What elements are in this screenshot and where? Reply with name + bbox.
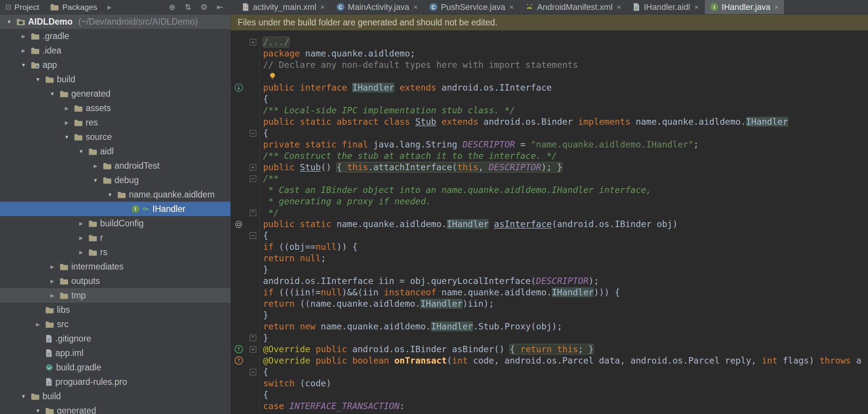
tree-item-aidldemo[interactable]: ▼AIDLDemo(~/Dev/android/src/AIDLDemo) — [0, 14, 230, 29]
chevron-collapsed-icon[interactable]: ▶ — [91, 163, 100, 169]
code-line: /** Local-side IPC implementation stub c… — [231, 105, 868, 116]
fold-minus-icon[interactable]: − — [250, 176, 256, 182]
tool-tab-project-label: Project — [14, 3, 39, 12]
close-icon[interactable]: × — [414, 3, 418, 11]
fold-cell — [247, 389, 260, 400]
implemented-gutter-icon[interactable]: ↓ — [235, 83, 243, 92]
chevron-expanded-icon[interactable]: ▼ — [5, 19, 14, 25]
chevron-collapsed-icon[interactable]: ▶ — [48, 264, 57, 270]
tree-item-src[interactable]: ▶src — [0, 317, 230, 331]
code-text: /** Construct the stub at attach it to t… — [260, 151, 557, 161]
fold-cell — [247, 400, 260, 412]
settings-icon[interactable]: ⚙ — [201, 3, 208, 12]
locate-icon[interactable]: ⊕ — [169, 3, 175, 12]
tree-item-libs[interactable]: libs — [0, 303, 230, 317]
tree-item-debug[interactable]: ▼debug — [0, 173, 230, 187]
override2-gutter-icon[interactable]: ↑ — [235, 356, 243, 365]
editor-tab-ihandler-aidl[interactable]: IHandler.aidl× — [627, 0, 704, 14]
chevron-collapsed-icon[interactable]: ▶ — [77, 221, 86, 226]
chevron-collapsed-icon[interactable]: ▶ — [62, 105, 71, 111]
chevron-expanded-icon[interactable]: ▼ — [77, 149, 86, 154]
tree-item-assets[interactable]: ▶assets — [0, 101, 230, 115]
chevron-expanded-icon[interactable]: ▼ — [19, 62, 28, 68]
chevron-expanded-icon[interactable]: ▼ — [105, 192, 114, 198]
code-text: android.os.IInterface iin = obj.queryLoc… — [260, 276, 599, 286]
tree-item-generated[interactable]: ▼generated — [0, 86, 230, 101]
chevron-expanded-icon[interactable]: ▼ — [62, 134, 71, 140]
override-gutter-icon[interactable]: ↑ — [235, 345, 243, 353]
chevron-right-icon[interactable]: ▶ — [108, 4, 112, 10]
tree-item-app[interactable]: ▼app — [0, 58, 230, 72]
chevron-expanded-icon[interactable]: ▼ — [91, 177, 100, 183]
editor-tab-androidmanifest-xml[interactable]: AndroidManifest.xml× — [520, 0, 627, 14]
tree-item-gradle[interactable]: ▶.gradle — [0, 29, 230, 43]
tree-item-androidtest[interactable]: ▶androidTest — [0, 158, 230, 173]
fold-minus-icon[interactable]: − — [250, 232, 256, 239]
tree-item-outputs[interactable]: ▶outputs — [0, 274, 230, 288]
fold-minus-icon[interactable]: − — [250, 369, 256, 375]
tree-item-gitignore[interactable]: .gitignore — [0, 331, 230, 346]
tree-item-source[interactable]: ▼source — [0, 130, 230, 144]
close-icon[interactable]: × — [320, 3, 324, 11]
fold-cell — [247, 116, 260, 127]
tree-item-buildconfig[interactable]: ▶buildConfig — [0, 216, 230, 231]
editor-tab-mainactivity-java[interactable]: CMainActivity.java× — [331, 0, 424, 14]
fold-end-icon[interactable]: ^ — [250, 335, 256, 341]
tree-item-proguard-rules-pro[interactable]: proguard-rules.pro — [0, 375, 230, 389]
code-line: ^} — [231, 332, 868, 343]
close-icon[interactable]: × — [617, 3, 621, 11]
chevron-expanded-icon[interactable]: ▼ — [48, 91, 57, 97]
tree-item-r[interactable]: ▶r — [0, 231, 230, 245]
close-icon[interactable]: × — [509, 3, 514, 11]
chevron-collapsed-icon[interactable]: ▶ — [19, 48, 28, 53]
editor-tab-pushservice-java[interactable]: CPushService.java× — [424, 0, 520, 14]
scroll-from-source-icon[interactable]: ⇅ — [185, 3, 191, 12]
folder-icon — [31, 47, 40, 55]
tree-item-app-iml[interactable]: app.iml — [0, 346, 230, 360]
code-line: package name.quanke.aidldemo; — [231, 48, 868, 59]
editor-tab-activity-main-xml[interactable]: activity_main.xml× — [236, 0, 331, 14]
chevron-collapsed-icon[interactable]: ▶ — [33, 321, 42, 327]
at-gutter-icon[interactable]: @ — [235, 220, 243, 229]
tree-item-build[interactable]: ▼build — [0, 389, 230, 403]
intention-bulb-icon[interactable] — [268, 72, 277, 81]
hide-panel-icon[interactable]: ⇤ — [216, 3, 223, 12]
tree-item-generated[interactable]: ▼generated — [0, 403, 230, 414]
chevron-collapsed-icon[interactable]: ▶ — [62, 120, 71, 125]
tree-item-ihandler[interactable]: IIHandler — [0, 202, 230, 216]
tool-tab-project[interactable]: ⊡ Project — [0, 0, 44, 14]
tree-item-build[interactable]: ▼build — [0, 72, 230, 86]
tree-item-tmp[interactable]: ▶tmp — [0, 288, 230, 303]
tree-item-res[interactable]: ▶res — [0, 115, 230, 130]
close-icon[interactable]: × — [694, 3, 699, 11]
fold-end-icon[interactable]: ^ — [250, 210, 256, 216]
fold-plus-icon[interactable]: + — [250, 346, 256, 353]
chevron-collapsed-icon[interactable]: ▶ — [48, 293, 57, 298]
package-icon — [117, 191, 126, 199]
tree-item-idea[interactable]: ▶.idea — [0, 43, 230, 58]
fold-plus-icon[interactable]: + — [250, 39, 256, 45]
tree-item-name-quanke-aidldem[interactable]: ▼name.quanke.aidldem — [0, 187, 230, 202]
chevron-collapsed-icon[interactable]: ▶ — [77, 235, 86, 241]
code-editor[interactable]: +/.../package name.quanke.aidldemo;// De… — [231, 30, 868, 414]
chevron-collapsed-icon[interactable]: ▶ — [48, 278, 57, 284]
tree-item-intermediates[interactable]: ▶intermediates — [0, 259, 230, 274]
tree-item-build-gradle[interactable]: build.gradle — [0, 360, 230, 375]
chevron-expanded-icon[interactable]: ▼ — [19, 394, 28, 399]
fold-minus-icon[interactable]: − — [250, 130, 256, 136]
chevron-expanded-icon[interactable]: ▼ — [33, 408, 42, 414]
close-icon[interactable]: × — [774, 3, 779, 11]
tree-item-aidl[interactable]: ▼aidl — [0, 144, 230, 158]
editor-tab-ihandler-java[interactable]: IIHandler.java× — [705, 0, 785, 14]
fold-plus-icon[interactable]: + — [250, 164, 256, 171]
code-token: IHandler — [431, 321, 473, 331]
chevron-collapsed-icon[interactable]: ▶ — [19, 33, 28, 39]
folder-icon — [88, 220, 97, 227]
tool-tab-packages[interactable]: Packages — [45, 0, 102, 14]
class-icon: C — [429, 3, 437, 11]
chevron-collapsed-icon[interactable]: ▶ — [77, 249, 86, 255]
project-tree-panel[interactable]: ▼AIDLDemo(~/Dev/android/src/AIDLDemo)▶.g… — [0, 14, 231, 414]
separator — [103, 3, 103, 11]
tree-item-rs[interactable]: ▶rs — [0, 245, 230, 259]
chevron-expanded-icon[interactable]: ▼ — [33, 77, 42, 82]
